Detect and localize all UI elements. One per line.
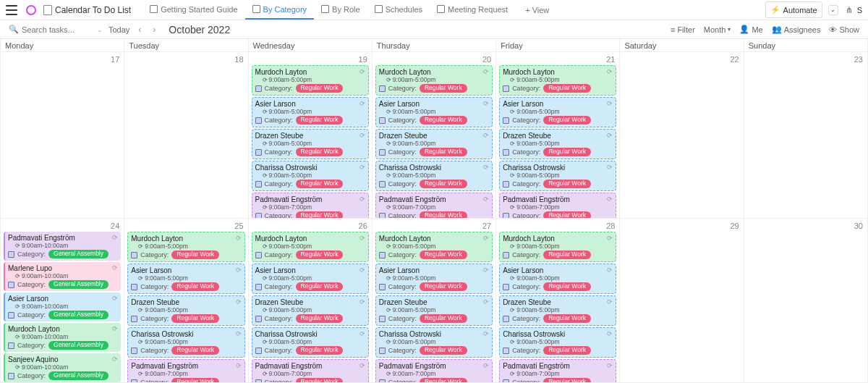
category-chip[interactable]: Regular Work	[296, 180, 344, 188]
calendar-cell[interactable]: 17	[1, 52, 124, 219]
calendar-event[interactable]: ⟳Padmavati Engström9:00am-7:00pmCategory…	[375, 359, 493, 383]
calendar-event[interactable]: ⟳Sanjeev Aquino9:00am-10:00amCategory:Ge…	[4, 353, 121, 382]
share-icon[interactable]: ⋔	[846, 5, 853, 15]
automate-chevron-icon[interactable]: ⌄	[828, 5, 838, 15]
calendar-event[interactable]: ⟳Asier Larson9:00am-10:00amCategory:Gene…	[4, 292, 121, 321]
calendar-event[interactable]: ⟳Marlene Lupo9:00am-10:00amCategory:Gene…	[4, 262, 121, 291]
calendar-event[interactable]: ⟳Charissa Ostrowski9:00am-5:00pmCategory…	[499, 161, 616, 191]
me-toggle[interactable]: 👤Me	[739, 25, 762, 34]
calendar-cell[interactable]: 18	[124, 52, 247, 219]
category-chip[interactable]: Regular Work	[296, 251, 344, 259]
category-chip[interactable]: Regular Work	[420, 180, 467, 188]
calendar-event[interactable]: ⟳Padmavati Engström9:00am-10:00amCategor…	[4, 232, 121, 261]
calendar-event[interactable]: ⟳Asier Larson9:00am-5:00pmCategory:Regul…	[127, 264, 244, 294]
category-chip[interactable]: Regular Work	[420, 378, 467, 383]
category-chip[interactable]: Regular Work	[420, 282, 467, 291]
category-chip[interactable]: Regular Work	[543, 251, 591, 259]
calendar-event[interactable]: ⟳Padmavati Engström9:00am-7:00pmCategory…	[499, 193, 616, 219]
category-chip[interactable]: Regular Work	[420, 211, 467, 219]
calendar-event[interactable]: ⟳Drazen Steube9:00am-5:00pmCategory:Regu…	[252, 129, 369, 159]
calendar-cell[interactable]: 30	[744, 219, 867, 383]
category-chip[interactable]: Regular Work	[543, 378, 591, 383]
calendar-event[interactable]: ⟳Charissa Ostrowski9:00am-5:00pmCategory…	[375, 327, 493, 358]
category-chip[interactable]: Regular Work	[171, 346, 219, 355]
category-chip[interactable]: Regular Work	[420, 84, 467, 93]
category-chip[interactable]: Regular Work	[420, 314, 467, 323]
prev-month-button[interactable]: ‹	[135, 25, 144, 35]
category-chip[interactable]: Regular Work	[543, 148, 591, 156]
category-chip[interactable]: Regular Work	[420, 148, 467, 156]
calendar-cell[interactable]: 21⟳Murdoch Layton9:00am-5:00pmCategory:R…	[496, 52, 619, 219]
category-chip[interactable]: Regular Work	[296, 148, 344, 156]
search-wrap[interactable]: 🔍 ⌄	[9, 25, 103, 34]
calendar-event[interactable]: ⟳Asier Larson9:00am-5:00pmCategory:Regul…	[375, 97, 493, 127]
calendar-event[interactable]: ⟳Drazen Steube9:00am-5:00pmCategory:Regu…	[375, 129, 493, 159]
category-chip[interactable]: Regular Work	[296, 211, 344, 219]
automate-button[interactable]: ⚡ Automate	[765, 1, 822, 18]
month-picker[interactable]: Month▾	[704, 25, 731, 34]
category-chip[interactable]: Regular Work	[296, 116, 344, 125]
category-chip[interactable]: Regular Work	[296, 378, 344, 383]
tab-by-category[interactable]: By Category	[245, 1, 315, 20]
tab-schedules[interactable]: Schedules	[367, 1, 430, 20]
tab-by-role[interactable]: By Role	[314, 1, 367, 20]
calendar-cell[interactable]: 28⟳Murdoch Layton9:00am-5:00pmCategory:R…	[496, 219, 619, 383]
category-chip[interactable]: Regular Work	[296, 282, 344, 291]
calendar-event[interactable]: ⟳Asier Larson9:00am-5:00pmCategory:Regul…	[252, 264, 369, 294]
calendar-cell[interactable]: 27⟳Murdoch Layton9:00am-5:00pmCategory:R…	[373, 219, 495, 383]
calendar-event[interactable]: ⟳Asier Larson9:00am-5:00pmCategory:Regul…	[499, 97, 616, 127]
calendar-event[interactable]: ⟳Charissa Ostrowski9:00am-5:00pmCategory…	[375, 161, 493, 191]
category-chip[interactable]: Regular Work	[171, 251, 219, 259]
category-chip[interactable]: General Assembly	[48, 250, 109, 258]
category-chip[interactable]: Regular Work	[543, 180, 591, 188]
calendar-event[interactable]: ⟳Padmavati Engström9:00am-7:00pmCategory…	[252, 193, 369, 219]
calendar-cell[interactable]: 25⟳Murdoch Layton9:00am-5:00pmCategory:R…	[124, 219, 247, 383]
category-chip[interactable]: General Assembly	[48, 341, 109, 350]
category-chip[interactable]: Regular Work	[171, 282, 219, 291]
category-chip[interactable]: General Assembly	[48, 311, 109, 319]
page-title-wrap[interactable]: Calendar To Do List	[43, 5, 131, 15]
category-chip[interactable]: Regular Work	[171, 314, 219, 323]
calendar-event[interactable]: ⟳Charissa Ostrowski9:00am-5:00pmCategory…	[499, 327, 616, 358]
calendar-event[interactable]: ⟳Murdoch Layton9:00am-5:00pmCategory:Reg…	[499, 232, 616, 262]
filter-button[interactable]: ≡Filter	[671, 25, 695, 34]
calendar-event[interactable]: ⟳Drazen Steube9:00am-5:00pmCategory:Regu…	[127, 295, 244, 326]
calendar-cell[interactable]: 29	[620, 219, 743, 383]
show-button[interactable]: 👁Show	[829, 25, 859, 34]
hamburger-icon[interactable]	[6, 5, 17, 15]
tab-meeting-request[interactable]: Meeting Request	[430, 1, 515, 20]
calendar-cell[interactable]: 22	[620, 52, 743, 219]
calendar-event[interactable]: ⟳Padmavati Engström9:00am-7:00pmCategory…	[499, 359, 616, 383]
category-chip[interactable]: Regular Work	[296, 314, 344, 323]
category-chip[interactable]: Regular Work	[543, 211, 591, 219]
assignees-button[interactable]: 👥Assignees	[772, 25, 821, 34]
category-chip[interactable]: Regular Work	[420, 346, 467, 355]
calendar-event[interactable]: ⟳Padmavati Engström9:00am-7:00pmCategory…	[127, 359, 244, 383]
category-chip[interactable]: Regular Work	[420, 251, 467, 259]
calendar-cell[interactable]: 19⟳Murdoch Layton9:00am-5:00pmCategory:R…	[249, 52, 372, 219]
calendar-event[interactable]: ⟳Drazen Steube9:00am-5:00pmCategory:Regu…	[499, 295, 616, 326]
calendar-event[interactable]: ⟳Murdoch Layton9:00am-5:00pmCategory:Reg…	[252, 232, 369, 262]
calendar-event[interactable]: ⟳Murdoch Layton9:00am-5:00pmCategory:Reg…	[127, 232, 244, 262]
category-chip[interactable]: Regular Work	[296, 346, 344, 355]
calendar-event[interactable]: ⟳Murdoch Layton9:00am-5:00pmCategory:Reg…	[375, 65, 493, 96]
tab-getting-started-guide[interactable]: Getting Started Guide	[142, 1, 244, 20]
calendar-event[interactable]: ⟳Padmavati Engström9:00am-7:00pmCategory…	[252, 359, 369, 383]
chevron-down-icon[interactable]: ⌄	[97, 26, 103, 33]
calendar-event[interactable]: ⟳Murdoch Layton9:00am-5:00pmCategory:Reg…	[252, 65, 369, 96]
calendar-event[interactable]: ⟳Murdoch Layton9:00am-10:00amCategory:Ge…	[4, 323, 121, 352]
calendar-event[interactable]: ⟳Drazen Steube9:00am-5:00pmCategory:Regu…	[499, 129, 616, 159]
brand-icon[interactable]	[26, 5, 36, 15]
search-input[interactable]	[22, 25, 80, 34]
calendar-event[interactable]: ⟳Murdoch Layton9:00am-5:00pmCategory:Reg…	[375, 232, 493, 262]
calendar-event[interactable]: ⟳Padmavati Engström9:00am-7:00pmCategory…	[375, 193, 493, 219]
category-chip[interactable]: General Assembly	[48, 371, 109, 380]
calendar-cell[interactable]: 24⟳Padmavati Engström9:00am-10:00amCateg…	[1, 219, 124, 383]
add-view-button[interactable]: + View	[518, 1, 556, 19]
category-chip[interactable]: General Assembly	[48, 280, 109, 289]
category-chip[interactable]: Regular Work	[543, 84, 591, 93]
calendar-event[interactable]: ⟳Drazen Steube9:00am-5:00pmCategory:Regu…	[375, 295, 493, 326]
category-chip[interactable]: Regular Work	[420, 116, 467, 125]
calendar-event[interactable]: ⟳Charissa Ostrowski9:00am-5:00pmCategory…	[252, 327, 369, 358]
calendar-cell[interactable]: 26⟳Murdoch Layton9:00am-5:00pmCategory:R…	[249, 219, 372, 383]
